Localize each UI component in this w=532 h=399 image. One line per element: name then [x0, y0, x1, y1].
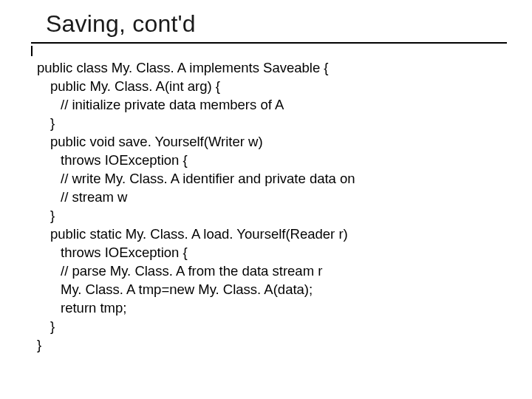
code-line: public static My. Class. A load. Yoursel… [37, 225, 502, 244]
slide: Saving, cont'd public class My. Class. A… [0, 0, 532, 399]
code-line: } [37, 336, 502, 355]
title-underline [31, 42, 507, 44]
code-line: public class My. Class. A implements Sav… [37, 59, 502, 78]
code-line: // initialize private data members of A [37, 96, 502, 115]
slide-title: Saving, cont'd [46, 10, 502, 38]
code-line: } [37, 207, 502, 225]
code-line: } [37, 115, 502, 133]
code-line: public My. Class. A(int arg) { [37, 78, 502, 96]
code-line: // parse My. Class. A from the data stre… [37, 262, 502, 281]
title-area: Saving, cont'd [46, 10, 502, 44]
code-line: public void save. Yourself(Writer w) [37, 133, 502, 151]
code-line: // stream w [37, 188, 502, 207]
code-line: return tmp; [37, 299, 502, 318]
code-line: throws IOException { [37, 151, 502, 170]
title-tick-mark [31, 46, 33, 56]
code-line: My. Class. A tmp=new My. Class. A(data); [37, 281, 502, 299]
code-line: throws IOException { [37, 244, 502, 262]
code-line: } [37, 318, 502, 336]
code-block: public class My. Class. A implements Sav… [37, 59, 502, 355]
code-line: // write My. Class. A identifier and pri… [37, 170, 502, 188]
